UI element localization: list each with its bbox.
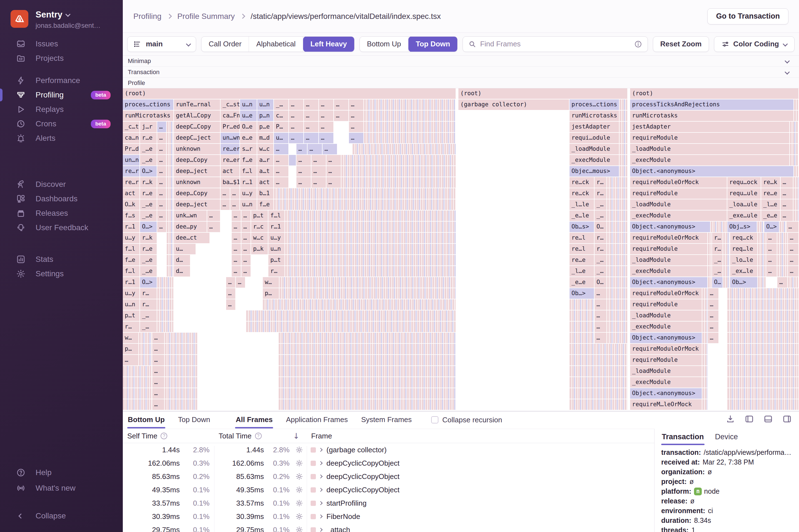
flame-frame[interactable]: _loadModule <box>630 366 702 377</box>
flame-frame[interactable]: _… <box>712 266 723 277</box>
flame-frame[interactable]: … <box>221 188 230 199</box>
flame-frame[interactable]: p… <box>123 344 138 354</box>
flame-frame[interactable]: … <box>274 155 289 166</box>
flame-frame[interactable]: requireModule <box>630 133 789 143</box>
flame-frame[interactable]: O…> <box>140 222 157 232</box>
flame-frame[interactable]: … <box>781 200 793 210</box>
frame-table-row[interactable]: 1.44s2.8%1.44s2.8%(garbage collector) <box>123 443 654 456</box>
color-coding-button[interactable]: Color Coding <box>714 36 795 52</box>
flame-frames-cluster[interactable] <box>708 244 711 254</box>
search-info-icon[interactable] <box>634 40 642 48</box>
flame-frames-cluster[interactable] <box>570 366 627 377</box>
flame-frame[interactable]: f…e <box>240 155 257 166</box>
flame-frame[interactable]: … <box>788 233 798 243</box>
flame-frame[interactable]: u… <box>274 133 289 143</box>
flame-frame[interactable]: … <box>230 200 240 210</box>
flame-frame[interactable]: O… <box>595 277 607 288</box>
flame-frame[interactable]: _…e <box>140 255 157 265</box>
flame-frames-cluster[interactable] <box>790 144 798 154</box>
flame-frames-cluster[interactable] <box>123 388 152 399</box>
flame-frame[interactable]: _e…le <box>570 210 594 221</box>
sidebar-item-what-s-new[interactable]: What's new <box>0 480 123 496</box>
flame-frame[interactable]: re…k <box>761 177 780 188</box>
flame-frame[interactable]: (root) <box>123 88 456 99</box>
flame-frames-cluster[interactable] <box>777 233 787 243</box>
flame-frame[interactable]: d… <box>174 255 190 265</box>
flame-frames-cluster[interactable] <box>607 322 627 332</box>
flame-frame[interactable]: r… <box>268 266 284 277</box>
flame-frames-cluster[interactable] <box>607 222 627 232</box>
flame-frame[interactable]: req…le <box>730 244 757 254</box>
flame-frame[interactable]: deepC…ject <box>174 133 220 143</box>
flame-frame[interactable]: … <box>766 233 777 243</box>
flame-frame[interactable]: … <box>708 299 719 310</box>
flame-frame[interactable]: … <box>152 399 164 410</box>
flame-frames-cluster[interactable] <box>794 210 798 221</box>
expand-chevron-icon[interactable] <box>319 448 322 452</box>
flame-frame[interactable]: requireModuleOrMock <box>630 233 707 243</box>
flame-frame[interactable]: j…r <box>140 121 157 132</box>
profile-section-row[interactable]: Profile <box>123 78 799 88</box>
flame-frame[interactable]: r… <box>595 244 607 254</box>
flame-frame[interactable]: Ob…s> <box>570 222 594 232</box>
flame-frames-cluster[interactable] <box>794 166 798 176</box>
flame-frame[interactable]: u…e <box>240 111 257 121</box>
flame-frames-cluster[interactable] <box>353 144 456 154</box>
flame-frame[interactable]: m…d <box>257 133 273 143</box>
flame-frame[interactable]: … <box>708 310 719 321</box>
flame-frame[interactable]: … <box>319 99 333 110</box>
flame-frame[interactable]: deep…Copy <box>174 155 220 166</box>
flame-frames-cluster[interactable] <box>727 377 798 387</box>
flame-frame[interactable]: … <box>788 266 798 277</box>
flame-frames-cluster[interactable] <box>274 200 456 210</box>
flame-frame[interactable]: requireModule <box>630 188 727 199</box>
flame-frame[interactable]: … <box>595 322 607 332</box>
flame-frame[interactable]: … <box>308 144 322 154</box>
sidebar-item-settings[interactable]: Settings <box>0 267 123 281</box>
reset-zoom-button[interactable]: Reset Zoom <box>653 36 709 52</box>
flame-frames-cluster[interactable] <box>727 366 798 377</box>
flame-frame[interactable]: O… <box>712 277 723 288</box>
flame-frame[interactable]: p…t <box>251 210 268 221</box>
flame-frame[interactable]: Object.<anonymous> <box>630 388 702 399</box>
flame-frame[interactable]: f…l <box>123 266 140 277</box>
flame-frame[interactable]: … <box>312 166 326 176</box>
flame-frames-cluster[interactable] <box>165 399 198 410</box>
flame-frame[interactable]: … <box>296 166 311 176</box>
direction-option-bottom-up[interactable]: Bottom Up <box>360 36 409 52</box>
flame-frames-cluster[interactable] <box>702 355 707 365</box>
flame-frames-cluster[interactable] <box>279 332 456 343</box>
flame-frame[interactable]: jestAdapter <box>630 121 789 132</box>
flame-frames-cluster[interactable] <box>777 244 787 254</box>
flame-frame[interactable]: f…l <box>268 210 284 221</box>
flame-frames-cluster[interactable] <box>279 288 456 299</box>
flame-frame[interactable]: … <box>157 121 166 132</box>
frame-options-gear-icon[interactable] <box>290 526 307 532</box>
flame-frame[interactable]: r…1 <box>240 177 257 188</box>
flame-frames-cluster[interactable] <box>702 366 707 377</box>
flame-frames-cluster[interactable] <box>570 299 594 310</box>
flame-frames-cluster[interactable] <box>794 177 798 188</box>
flame-frame[interactable]: … <box>319 133 333 143</box>
sidebar-item-projects[interactable]: Projects <box>0 51 123 65</box>
tab-all-frames[interactable]: All Frames <box>235 412 273 428</box>
flame-frame[interactable]: … <box>781 210 793 221</box>
flame-frame[interactable]: u…n <box>257 99 273 110</box>
flame-frames-cluster[interactable] <box>619 121 627 132</box>
flame-frame[interactable]: requireM…leOrMock <box>630 399 702 410</box>
flame-frame[interactable]: Object.<anonymous> <box>630 332 702 343</box>
col-total-time[interactable]: Total Time <box>219 432 252 440</box>
flame-frame[interactable]: _… <box>274 99 289 110</box>
flame-frames-cluster[interactable] <box>285 233 456 243</box>
flame-frame[interactable]: _loadModule <box>630 310 702 321</box>
expand-chevron-icon[interactable] <box>319 501 322 505</box>
flame-frames-cluster[interactable] <box>702 377 707 387</box>
flame-frame[interactable]: requi…odule <box>570 133 619 143</box>
flame-frames-cluster[interactable] <box>702 299 707 310</box>
flame-frame[interactable]: proces…ctions <box>123 99 173 110</box>
flame-frames-cluster[interactable] <box>702 388 707 399</box>
flame-frame[interactable]: … <box>595 299 607 310</box>
flame-frames-cluster[interactable] <box>794 188 798 199</box>
flame-frames-cluster[interactable] <box>607 266 627 277</box>
flame-frames-cluster[interactable] <box>702 332 707 343</box>
